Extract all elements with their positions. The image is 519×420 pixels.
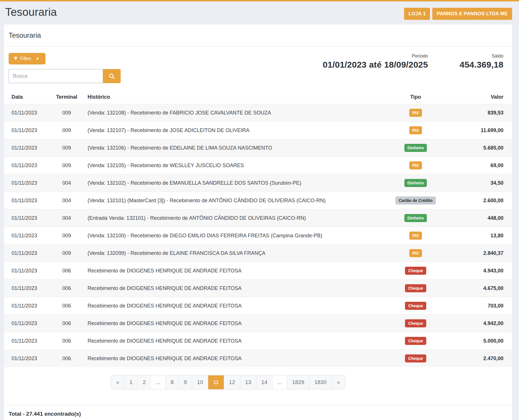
type-badge: Cheque xyxy=(405,284,426,292)
type-badge: Cheque xyxy=(405,319,426,327)
column-header-valor: Valor xyxy=(459,90,512,104)
pagination: «12...891011121314...18291830» xyxy=(111,375,345,390)
column-header-terminal: Terminal xyxy=(49,90,85,104)
cell-historico: (Venda: 132107) - Recebimento de JOSE AD… xyxy=(85,122,372,139)
cell-historico: Recebimento de DIOGENES HENRIQUE DE ANDR… xyxy=(85,280,372,297)
cell-historico: Recebimento de DIOGENES HENRIQUE DE ANDR… xyxy=(85,315,372,332)
cell-terminal: 006 xyxy=(49,280,85,297)
pagination-wrap: «12...891011121314...18291830» xyxy=(4,375,512,390)
cell-date: 01/11/2023 xyxy=(4,297,49,315)
cell-date: 01/11/2023 xyxy=(4,209,49,227)
header-buttons: LOJA 1 PANNOS E PANNOS LTDA ME xyxy=(404,8,512,20)
search-button[interactable] xyxy=(103,69,121,83)
saldo-value: 454.369,18 xyxy=(460,60,503,70)
table-row: 01/11/2023 009 (Venda: 132108) - Recebim… xyxy=(4,104,512,122)
type-badge: Dinheiro xyxy=(404,144,427,152)
page-header: Tesouraria LOJA 1 PANNOS E PANNOS LTDA M… xyxy=(0,1,519,24)
table-row: 01/11/2023 006 Recebimento de DIOGENES H… xyxy=(4,262,512,280)
cell-date: 01/11/2023 xyxy=(4,227,49,245)
page-button-8[interactable]: 8 xyxy=(166,375,179,389)
cell-terminal: 006 xyxy=(49,332,85,350)
cell-date: 01/11/2023 xyxy=(4,350,49,367)
cell-tipo: PIX xyxy=(372,122,459,139)
table-row: 01/11/2023 009 (Venda: 132106) - Recebim… xyxy=(4,139,512,157)
table-row: 01/11/2023 006 Recebimento de DIOGENES H… xyxy=(4,350,512,367)
cell-historico: Recebimento de DIOGENES HENRIQUE DE ANDR… xyxy=(85,332,372,350)
cell-terminal: 009 xyxy=(49,157,85,174)
cell-tipo: PIX xyxy=(372,104,459,122)
chevron-down-icon: ▼ xyxy=(36,57,39,61)
table-row: 01/11/2023 009 (Venda: 132107) - Recebim… xyxy=(4,122,512,139)
cell-tipo: PIX xyxy=(372,245,459,262)
cell-tipo: Cheque xyxy=(372,332,459,350)
type-badge: Cheque xyxy=(405,267,426,275)
cell-terminal: 004 xyxy=(49,209,85,227)
page-button-11[interactable]: 11 xyxy=(208,375,224,389)
type-badge: PIX xyxy=(409,249,422,257)
cell-date: 01/11/2023 xyxy=(4,157,49,174)
cell-date: 01/11/2023 xyxy=(4,122,49,139)
table-row: 01/11/2023 004 (Entrada Venda: 132101) -… xyxy=(4,209,512,227)
type-badge: Cheque xyxy=(405,302,426,310)
page-button-9[interactable]: 9 xyxy=(179,375,192,389)
cell-tipo: PIX xyxy=(372,227,459,245)
page-button-1829[interactable]: 1829 xyxy=(287,375,309,389)
cell-valor: 2.840,37 xyxy=(459,245,512,262)
search-input[interactable] xyxy=(9,69,103,83)
cell-terminal: 009 xyxy=(49,122,85,139)
cell-valor: 4.942,00 xyxy=(459,315,512,332)
company-button[interactable]: PANNOS E PANNOS LTDA ME xyxy=(432,8,512,20)
type-badge: PIX xyxy=(409,126,422,134)
page-button-14[interactable]: 14 xyxy=(256,375,272,389)
table-row: 01/11/2023 009 (Venda: 132099) - Recebim… xyxy=(4,245,512,262)
toolbar: Filtro ▼ Período 01/01/2023 até 18/09/20… xyxy=(4,47,512,90)
filter-funnel-icon xyxy=(14,57,18,61)
page-button-10[interactable]: 10 xyxy=(192,375,208,389)
filter-button[interactable]: Filtro ▼ xyxy=(9,53,46,64)
table-row: 01/11/2023 006 Recebimento de DIOGENES H… xyxy=(4,315,512,332)
cell-valor: 4.943,00 xyxy=(459,262,512,280)
column-header-data: Data xyxy=(4,90,49,104)
cell-terminal: 009 xyxy=(49,227,85,245)
cell-terminal: 009 xyxy=(49,139,85,157)
toolbar-left: Filtro ▼ xyxy=(9,53,121,83)
cell-date: 01/11/2023 xyxy=(4,332,49,350)
pagination-next[interactable]: » xyxy=(332,375,345,389)
cell-valor: 69,00 xyxy=(459,157,512,174)
cell-valor: 2.600,00 xyxy=(459,192,512,209)
pagination-prev[interactable]: « xyxy=(111,375,124,389)
total-footer: Total - 27.441 encontrado(s) xyxy=(4,405,512,420)
page-button-1[interactable]: 1 xyxy=(124,375,138,389)
search-group xyxy=(9,69,121,83)
table-row: 01/11/2023 006 Recebimento de DIOGENES H… xyxy=(4,332,512,350)
cell-tipo: Cheque xyxy=(372,297,459,315)
page-button-2[interactable]: 2 xyxy=(138,375,151,389)
type-badge: Cheque xyxy=(405,354,426,362)
cell-historico: Recebimento de DIOGENES HENRIQUE DE ANDR… xyxy=(85,350,372,367)
column-header-historico: Histórico xyxy=(85,90,372,104)
cell-terminal: 004 xyxy=(49,192,85,209)
type-badge: PIX xyxy=(409,109,422,117)
cell-terminal: 006 xyxy=(49,262,85,280)
saldo-label: Saldo xyxy=(460,54,503,59)
type-badge: Dinheiro xyxy=(404,179,427,187)
cell-tipo: Dinheiro xyxy=(372,139,459,157)
column-header-tipo: Tipo xyxy=(372,90,459,104)
card-header: Tesouraria xyxy=(4,24,512,47)
cell-historico: (Venda: 132106) - Recebimento de EDELAIN… xyxy=(85,139,372,157)
page-button-12[interactable]: 12 xyxy=(224,375,240,389)
page-button-13[interactable]: 13 xyxy=(240,375,256,389)
store-button[interactable]: LOJA 1 xyxy=(404,8,430,20)
cell-historico: (Venda: 132099) - Recebimento de ELAINE … xyxy=(85,245,372,262)
type-badge: Cartão de Crédito xyxy=(395,196,435,205)
cell-tipo: Cheque xyxy=(372,280,459,297)
cell-terminal: 004 xyxy=(49,174,85,192)
cell-tipo: Cartão de Crédito xyxy=(372,192,459,209)
page-title: Tesouraria xyxy=(5,6,57,18)
table-row: 01/11/2023 006 Recebimento de DIOGENES H… xyxy=(4,280,512,297)
page-button-1830[interactable]: 1830 xyxy=(309,375,332,389)
cell-valor: 11.699,00 xyxy=(459,122,512,139)
cell-tipo: Cheque xyxy=(372,350,459,367)
cell-terminal: 006 xyxy=(49,350,85,367)
type-badge: PIX xyxy=(409,161,422,169)
